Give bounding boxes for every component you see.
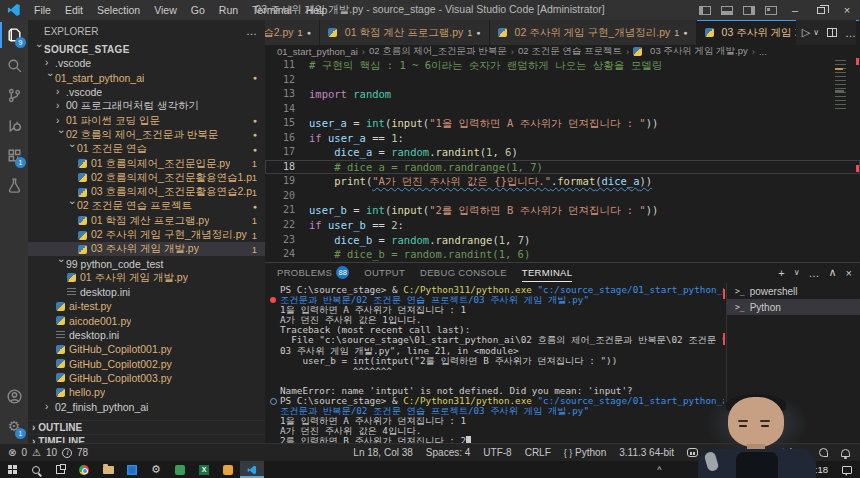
terminal-output[interactable]: PS C:\source_stage> & C:/Python311/pytho… [269,285,724,443]
start-button[interactable] [0,461,24,478]
code-line[interactable]: 16if user_a == 1: [265,131,860,146]
minimize-button[interactable]: – [782,0,808,20]
new-terminal-icon[interactable]: + [778,267,784,279]
feedback-icon[interactable] [819,448,828,457]
terminal-instance-powershell[interactable]: >_powershell [727,283,860,299]
partial-status-item[interactable]: tches [782,447,806,458]
tree-item[interactable]: 01 주사위 게임 개발.py [28,271,265,285]
customize-layout-icon[interactable] [765,6,777,15]
tab-terminal[interactable]: TERMINAL [522,263,572,282]
indentation[interactable]: Spaces: 4 [426,447,470,458]
code-line[interactable]: 14 [265,102,860,117]
code-line[interactable]: 23 dice_b = random.randrange(1, 7) [265,233,860,248]
tree-item[interactable]: aicode001.py [28,314,265,328]
outline-section[interactable]: › OUTLINE [28,420,265,434]
search-icon[interactable] [0,50,28,80]
code-line[interactable]: 24 # dice_b = random.randint(1, 6) [265,247,860,262]
run-debug-icon[interactable] [0,110,28,140]
tree-item[interactable]: ›01 파이썬 코딩 입문● [28,113,265,127]
tray-expand-icon[interactable]: ^ [657,465,661,475]
code-line[interactable]: 20 [265,189,860,204]
editor-more-actions-icon[interactable]: … [845,27,856,39]
account-icon[interactable] [0,381,28,411]
vscode-taskbar-icon[interactable] [240,461,264,478]
restore-button[interactable] [808,0,834,20]
editor-tab[interactable]: 용연습2.py1● [265,20,320,45]
sidebar-more-actions-icon[interactable]: … [246,25,257,37]
minimap[interactable] [835,60,846,112]
tree-item[interactable]: ›02 조건문 연습 프로젝트● [28,199,265,213]
breadcrumb-item[interactable]: 02 흐름의 제어_조건문과 반복문 [369,45,507,58]
menu-item-selection[interactable]: Selection [90,0,147,20]
code-line[interactable]: 17 dice_a = random.randint(1, 6) [265,145,860,160]
menu-item-go[interactable]: Go [184,0,212,20]
tree-item[interactable]: GitHub_Copilot001.py [28,342,265,356]
clock[interactable]: 8:18 [810,464,829,475]
run-dropdown-icon[interactable]: ∨ [813,28,819,37]
code-line[interactable]: 18 # dice_a = random.randrange(1, 7) [265,160,860,175]
terminal-instance-python[interactable]: >_Python [727,299,860,315]
excel-icon[interactable]: X [192,461,216,478]
tree-item[interactable]: hello.py [28,385,265,399]
source-control-icon[interactable] [0,80,28,110]
tree-item[interactable]: GitHub_Copilot002.py [28,357,265,371]
menu-item-file[interactable]: File [27,0,58,20]
app-icon-orange[interactable] [216,461,240,478]
tree-item[interactable]: desktop.ini [28,285,265,299]
breadcrumb-item[interactable]: 02 조건문 연습 프로젝트 [518,45,622,58]
code-line[interactable]: 22if user_b == 2: [265,218,860,233]
settings-app-icon[interactable]: ⚙ [144,461,168,478]
tree-item[interactable]: 01 흐름의제어_조건문입문.py1 [28,156,265,170]
toggle-panel-icon[interactable] [721,6,733,15]
menu-item-view[interactable]: View [147,0,184,20]
tree-item[interactable]: ›99 python_code_test [28,256,265,270]
editor-tab[interactable]: 02 주사위 게임 구현_개념정리.py1● [490,20,697,45]
code-line[interactable]: 19 print("A가 던진 주사위 값은 {}입니다.".format(di… [265,174,860,189]
tree-item[interactable]: GitHub_Copilot003.py [28,371,265,385]
extensions-icon[interactable]: 1 [0,140,28,170]
tree-item[interactable]: ai-test.py [28,299,265,313]
code-line[interactable]: 12 [265,73,860,88]
breadcrumb-item[interactable]: 03 주사위 게임 개발.py [650,45,748,58]
app-icon-green[interactable] [168,461,192,478]
editor-tab[interactable]: 01 학점 계산 프로그램.py1● [320,20,490,45]
close-button[interactable]: × [834,0,860,20]
tree-item[interactable]: 03 주사위 게임 개발.py1 [28,242,265,256]
panel-more-actions-icon[interactable]: … [809,267,820,279]
tab-problems[interactable]: PROBLEMS 88 [277,263,349,282]
copilot-icon[interactable] [687,448,698,457]
tree-item[interactable]: 03 흐름의제어_조건문활용연습2.py1 [28,185,265,199]
action-center-icon[interactable] [842,466,852,474]
cursor-position[interactable]: Ln 18, Col 38 [353,447,413,458]
toggle-secondary-sidebar-icon[interactable] [743,6,755,15]
tree-item[interactable]: ›02 흐름의 제어_조건문과 반복문● [28,128,265,142]
tree-item[interactable]: desktop.ini [28,328,265,342]
settings-gear-icon[interactable]: ⚙ 1 [0,411,28,441]
code-line[interactable]: 13import random [265,87,860,102]
task-view-icon[interactable] [48,461,72,478]
file-explorer-icon[interactable] [96,461,120,478]
tree-item[interactable]: ›.vscode [28,85,265,99]
tree-item[interactable]: ›02_finish_python_ai [28,399,265,413]
tree-item[interactable]: ›.vscode [28,56,265,70]
toggle-sidebar-icon[interactable] [699,6,711,15]
tree-root[interactable]: ›SOURCE_STAGE [28,42,265,56]
language-mode[interactable]: { } Python [564,447,606,458]
tree-item[interactable]: ›00 프로그래머처럼 생각하기 [28,99,265,113]
encoding[interactable]: UTF-8 [483,447,511,458]
tree-item[interactable]: 01 학점 계산 프로그램.py1 [28,214,265,228]
tree-item[interactable]: 02 주사위 게임 구현_개념정리.py1 [28,228,265,242]
notifications-bell-icon[interactable] [841,449,850,457]
menu-item-run[interactable]: Run [212,0,245,20]
explorer-icon[interactable]: 9 [0,20,28,50]
code-editor[interactable]: 11# 구현의 핵심 : 1 ~ 6이라는 숫자가 랜덤하게 나오는 상황을 모… [265,58,860,262]
tree-item[interactable]: 02 흐름의제어_조건문활용연습1.py1 [28,171,265,185]
code-line[interactable]: 21user_b = int(input("2를 입력하면 B 주사위가 던져집… [265,203,860,218]
menu-item-edit[interactable]: Edit [58,0,90,20]
code-line[interactable]: 15user_a = int(input("1을 입력하면 A 주사위가 던져집… [265,116,860,131]
breadcrumb-item[interactable]: 01_start_python_ai [277,46,358,57]
taskbar-search-icon[interactable] [24,461,48,478]
terminal-dropdown-icon[interactable]: ∨ [794,268,800,277]
breadcrumb-item[interactable]: ... [759,46,767,57]
code-line[interactable]: 11# 구현의 핵심 : 1 ~ 6이라는 숫자가 랜덤하게 나오는 상황을 모… [265,58,860,73]
